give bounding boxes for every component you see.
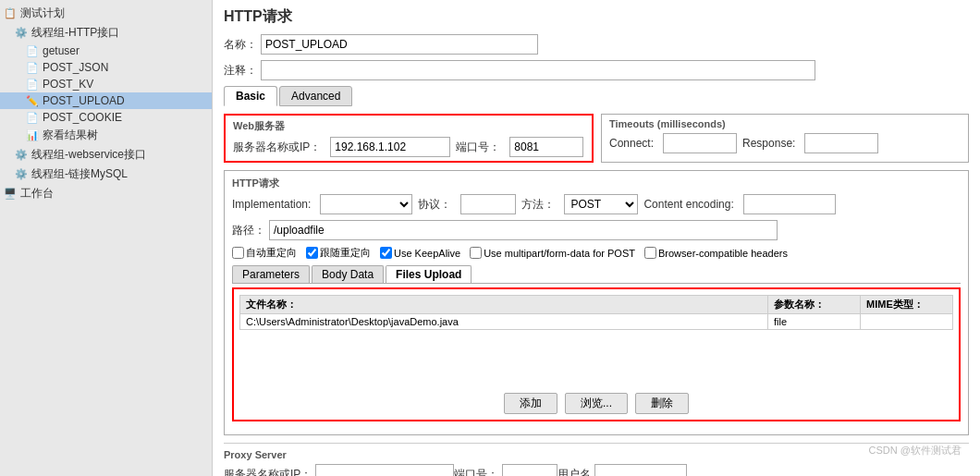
sidebar-item-label: POST_COOKIE (43, 111, 122, 124)
timeouts-section: Timeouts (milliseconds) Connect: Respons… (601, 114, 969, 163)
proxy-username-input[interactable] (594, 464, 687, 476)
port-label: 端口号： (456, 140, 500, 155)
empty-area (239, 334, 953, 389)
comment-row: 注释： (224, 60, 969, 80)
sidebar-item-thread-group-mysql[interactable]: ⚙️ 线程组-链接MySQL (0, 165, 212, 184)
port-input[interactable] (509, 137, 583, 157)
web-server-label: Web服务器 (233, 119, 584, 133)
protocol-input[interactable] (460, 194, 516, 214)
sidebar-item-label: POST_JSON (43, 61, 108, 74)
files-table: 文件名称： 参数名称： MIME类型： C:\Users\Administrat… (239, 295, 953, 330)
sidebar-item-getuser[interactable]: 📄 getuser (0, 43, 212, 59)
implementation-select[interactable] (320, 194, 412, 214)
tab-files-upload[interactable]: Files Upload (386, 265, 472, 283)
sidebar-item-label: 测试计划 (20, 6, 65, 21)
proxy-section: Proxy Server 服务器名称或IP： 端口号： 用户名 (224, 443, 969, 476)
auto-redirect-checkbox[interactable]: 自动重定向 (232, 246, 297, 260)
col-filename: 文件名称： (240, 296, 768, 314)
add-button[interactable]: 添加 (504, 393, 557, 414)
proxy-label: Proxy Server (224, 449, 969, 460)
encoding-label: Content encoding: (643, 198, 733, 211)
name-input[interactable] (261, 34, 538, 55)
request-icon: 📄 (26, 62, 39, 74)
sidebar-item-thread-group-http[interactable]: ⚙️ 线程组-HTTP接口 (0, 23, 212, 43)
browser-headers-checkbox[interactable]: Browser-compatible headers (644, 247, 788, 259)
thread-group-icon: ⚙️ (15, 168, 28, 180)
sidebar-item-label: 线程组-链接MySQL (31, 166, 128, 182)
web-server-row: 服务器名称或IP： 端口号： (233, 137, 584, 157)
http-section-label: HTTP请求 (232, 177, 961, 190)
tab-parameters[interactable]: Parameters (232, 265, 310, 283)
sidebar-item-post-json[interactable]: 📄 POST_JSON (0, 59, 212, 76)
request-icon: 📄 (26, 45, 39, 57)
sidebar-item-label: POST_KV (43, 78, 93, 91)
timeouts-row: Connect: Response: (609, 133, 961, 153)
sidebar-item-post-kv[interactable]: 📄 POST_KV (0, 76, 212, 92)
web-server-section: Web服务器 服务器名称或IP： 端口号： (224, 114, 594, 163)
method-label: 方法： (521, 197, 555, 213)
proxy-server-input[interactable] (315, 464, 454, 476)
path-row: 路径： (232, 220, 961, 240)
main-panel: HTTP请求 名称： 注释： Basic Advanced Web服务器 服务器… (213, 0, 980, 476)
sidebar-item-post-cookie[interactable]: 📄 POST_COOKIE (0, 109, 212, 126)
sidebar: 📋 测试计划 ⚙️ 线程组-HTTP接口 📄 getuser 📄 POST_JS… (0, 0, 213, 476)
tab-body-data[interactable]: Body Data (312, 265, 384, 283)
workbench-icon: 🖥️ (4, 188, 17, 200)
tab-basic[interactable]: Basic (224, 86, 277, 106)
sidebar-item-label: getuser (43, 44, 80, 57)
sidebar-item-label: 线程组-webservice接口 (31, 147, 146, 163)
proxy-port-input[interactable] (502, 464, 557, 476)
edit-icon: ✏️ (26, 95, 39, 107)
cell-filename: C:\Users\Administrator\Desktop\javaDemo.… (240, 314, 768, 330)
http-method-row: Implementation: 协议： 方法： POST GET PUT DEL… (232, 194, 961, 214)
page-title: HTTP请求 (224, 7, 969, 27)
comment-input[interactable] (261, 60, 815, 80)
proxy-port-label: 端口号： (454, 467, 498, 477)
http-request-section: HTTP请求 Implementation: 协议： 方法： POST GET … (224, 170, 969, 435)
action-buttons: 添加 浏览... 删除 (239, 393, 953, 414)
browse-button[interactable]: 浏览... (565, 393, 628, 414)
thread-group-icon: ⚙️ (15, 149, 28, 161)
thread-group-icon: ⚙️ (15, 27, 28, 39)
multipart-checkbox[interactable]: Use multipart/form-data for POST (470, 247, 635, 259)
sidebar-item-label: POST_UPLOAD (43, 94, 125, 107)
implementation-label: Implementation: (232, 198, 311, 211)
request-icon: 📄 (26, 79, 39, 91)
response-input[interactable] (804, 133, 878, 153)
encoding-input[interactable] (743, 194, 836, 214)
sidebar-item-label: 察看结果树 (43, 128, 98, 143)
proxy-row: 服务器名称或IP： 端口号： 用户名 (224, 464, 969, 476)
comment-label: 注释： (224, 63, 257, 79)
connect-input[interactable] (663, 133, 737, 153)
tab-advanced[interactable]: Advanced (279, 86, 352, 106)
sidebar-item-post-upload[interactable]: ✏️ POST_UPLOAD (0, 92, 212, 109)
server-input[interactable] (330, 137, 450, 157)
chart-icon: 📊 (26, 129, 39, 141)
name-row: 名称： (224, 34, 969, 55)
sidebar-item-thread-group-webservice[interactable]: ⚙️ 线程组-webservice接口 (0, 145, 212, 165)
top-sections: Web服务器 服务器名称或IP： 端口号： Timeouts (millisec… (224, 114, 969, 163)
sidebar-item-test-plan[interactable]: 📋 测试计划 (0, 4, 212, 23)
response-label: Response: (742, 137, 795, 150)
method-select[interactable]: POST GET PUT DELETE (564, 194, 638, 214)
delete-button[interactable]: 删除 (635, 393, 689, 414)
connect-label: Connect: (609, 137, 654, 150)
files-upload-box: 文件名称： 参数名称： MIME类型： C:\Users\Administrat… (232, 287, 961, 421)
col-param-name: 参数名称： (768, 296, 861, 314)
sidebar-item-workbench[interactable]: 🖥️ 工作台 (0, 184, 212, 203)
cell-param-name: file (768, 314, 861, 330)
sidebar-item-label: 工作台 (20, 186, 54, 201)
sidebar-item-label: 线程组-HTTP接口 (31, 25, 119, 41)
cell-mime-type (861, 314, 953, 330)
keepalive-checkbox[interactable]: Use KeepAlive (380, 247, 460, 259)
request-icon: 📄 (26, 112, 39, 124)
timeouts-label: Timeouts (milliseconds) (609, 118, 961, 129)
path-label: 路径： (232, 223, 265, 238)
proxy-username-label: 用户名 (557, 467, 591, 477)
table-row: C:\Users\Administrator\Desktop\javaDemo.… (240, 314, 953, 330)
follow-redirect-checkbox[interactable]: 跟随重定向 (306, 246, 371, 260)
path-input[interactable] (269, 220, 778, 240)
sidebar-item-view-results[interactable]: 📊 察看结果树 (0, 126, 212, 145)
name-label: 名称： (224, 37, 257, 53)
col-mime-type: MIME类型： (861, 296, 953, 314)
